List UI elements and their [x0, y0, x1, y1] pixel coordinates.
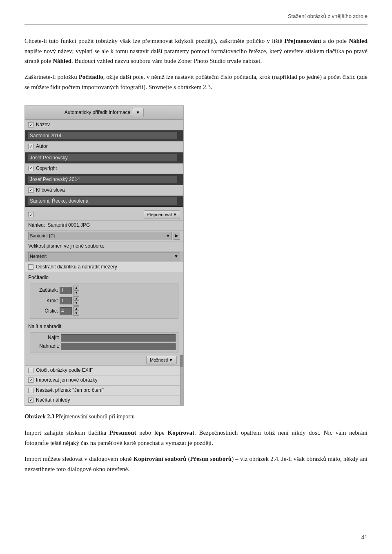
ss-autor-label: Autor [36, 143, 48, 150]
paragraph-4: Import můžete sledovat v dialogovém okně… [24, 454, 368, 474]
ss-klicova-row: Klíčová slova [25, 185, 183, 196]
ss-rename-checkbox[interactable] [28, 212, 33, 217]
ss-nazev-row: Název [25, 120, 183, 130]
ss-header-row[interactable]: Automaticky přiřadit informace ▼ [25, 106, 183, 120]
ss-nahled-label: Náhled: [28, 221, 45, 229]
ss-lower-content: Možnosti ▼ Otočit obrázky podle EXIF Imp… [25, 355, 180, 405]
ss-arrow-btn[interactable]: ▶ [174, 232, 180, 240]
rename-dropdown-icon: ▼ [173, 211, 177, 219]
ss-copyright-checkbox[interactable] [28, 166, 33, 171]
ss-nahled-value: Santorini 0001.JPG [47, 221, 90, 229]
ss-nastavit-row: Nastavit příznak "Jen pro čtení" [25, 386, 180, 395]
ss-moznosti-btn[interactable]: Možnosti ▼ [146, 356, 177, 365]
ss-copyright-input[interactable] [28, 176, 177, 183]
ss-autor-checkbox[interactable] [28, 144, 33, 149]
ss-odstranit-label: Odstranit diakritiku a nahradit mezery [36, 263, 117, 271]
ss-krok-up[interactable]: ▲ [74, 296, 79, 301]
ss-najit-section-label: Najít a nahradit [28, 322, 180, 331]
ss-nazev-checkbox[interactable] [28, 122, 33, 127]
paragraph-1: Chcete-li tuto funkci použít (obrázky vš… [24, 36, 368, 66]
ss-klicova-input[interactable] [28, 197, 177, 205]
ss-nahradit-field-label: Nahradit: [33, 342, 59, 350]
ss-importovat-checkbox[interactable] [28, 378, 33, 383]
ss-cislic-input[interactable] [60, 307, 72, 315]
header-title: Stažení obrázků z vnějšího zdroje [288, 13, 368, 19]
ss-otocit-row: Otočit obrázky podle EXIF [25, 366, 180, 375]
ss-lower-area: Možnosti ▼ Otočit obrázky podle EXIF Imp… [25, 355, 183, 405]
ss-velikost-section: Velikost písmen ve jméně souboru: [25, 241, 183, 251]
ss-nazev-input[interactable] [28, 132, 177, 139]
ss-nacitat-row: Načítat náhledy [25, 395, 180, 405]
ss-odstranit-checkbox[interactable] [28, 264, 33, 270]
ss-moznosti-row: Možnosti ▼ [25, 355, 180, 366]
ss-nahradit-input[interactable] [61, 343, 176, 350]
screenshot-box: Automaticky přiřadit informace ▼ Název A… [24, 105, 184, 406]
ss-select-row: Santorini {C} ▼ ▶ [25, 231, 183, 242]
ss-klicova-input-row [25, 196, 183, 207]
ss-cislic-row: Číslic: ▲ ▼ [33, 306, 175, 316]
ss-header-dropdown-btn[interactable]: ▼ [132, 108, 144, 118]
ss-najit-field-row: Najít: [33, 334, 176, 342]
ss-pocitadlo-group: Začátek: ▲ ▼ Krok: ▲ ▼ [30, 284, 178, 319]
ss-header-label: Automaticky přiřadit informace [65, 109, 130, 116]
ss-autor-input[interactable] [28, 154, 177, 161]
ss-krok-spin[interactable]: ▲ ▼ [74, 296, 79, 306]
nemenit-dropdown-icon: ▼ [174, 253, 178, 260]
ss-nahradit-field-row: Nahradit: [33, 342, 176, 350]
figure-caption: Obrázek 2.3 Přejmenování souborů při imp… [24, 412, 368, 421]
ss-krok-label: Krok: [33, 297, 58, 305]
ss-copyright-row: Copyright [25, 163, 183, 174]
figure-screenshot: Automaticky přiřadit informace ▼ Název A… [24, 105, 184, 406]
paragraph-2: Zaškrtnete-li položku Počítadlo, ožije d… [24, 72, 368, 92]
ss-nazev-input-row [25, 130, 183, 141]
ss-pocitadlo-section: Počítadlo Začátek: ▲ ▼ Krok: [25, 272, 183, 321]
ss-nemenit-row: Neměnit ▼ [25, 251, 183, 262]
ss-scrollbar-thumb[interactable] [180, 355, 183, 367]
ss-krok-input[interactable] [60, 297, 72, 304]
ss-rename-btn[interactable]: Přejmenovat ▼ [144, 210, 180, 219]
ss-najit-field-label: Najít: [33, 334, 59, 342]
ss-importovat-row: Importovat jen nové obrázky [25, 375, 180, 385]
ss-nemenit-select[interactable]: Neměnit ▼ [28, 252, 180, 261]
select-dropdown-icon: ▼ [166, 232, 170, 240]
ss-najit-input[interactable] [61, 334, 176, 342]
ss-zacatek-up[interactable]: ▲ [74, 286, 79, 290]
paragraph-3: Import zahájíte stiskem tlačítka Přesuno… [24, 428, 368, 448]
moznosti-dropdown-icon: ▼ [169, 357, 173, 364]
ss-zacatek-input[interactable] [60, 287, 72, 294]
ss-najit-group: Najít: Nahradit: [30, 332, 178, 353]
page-header: Stažení obrázků z vnějšího zdroje [24, 12, 368, 25]
ss-odstranit-row: Odstranit diakritiku a nahradit mezery [25, 262, 183, 272]
ss-importovat-label: Importovat jen nové obrázky [36, 376, 98, 384]
ss-nacitat-checkbox[interactable] [28, 398, 33, 403]
ss-scrollbar[interactable] [180, 355, 183, 405]
ss-cislic-down[interactable]: ▼ [74, 311, 79, 316]
ss-krok-down[interactable]: ▼ [74, 301, 79, 306]
ss-cislic-up[interactable]: ▲ [74, 306, 79, 311]
ss-otocit-checkbox[interactable] [28, 368, 33, 373]
ss-nazev-label: Název [36, 121, 50, 129]
ss-zacatek-spin[interactable]: ▲ ▼ [74, 286, 79, 295]
ss-nacitat-label: Načítat náhledy [36, 396, 70, 404]
ss-pocitadlo-label: Počítadlo [28, 273, 180, 282]
ss-cislic-spin[interactable]: ▲ ▼ [74, 306, 79, 316]
ss-zacatek-down[interactable]: ▼ [74, 290, 79, 295]
ss-nastavit-checkbox[interactable] [28, 388, 33, 393]
ss-autor-row: Autor [25, 141, 183, 152]
ss-autor-input-row [25, 152, 183, 163]
ss-zacatek-row: Začátek: ▲ ▼ [33, 286, 175, 295]
page-number: 41 [361, 533, 368, 542]
ss-pattern-select[interactable]: Santorini {C} ▼ [28, 232, 172, 241]
ss-krok-row: Krok: ▲ ▼ [33, 296, 175, 306]
ss-najit-section: Najít a nahradit Najít: Nahradit: [25, 321, 183, 355]
ss-nastavit-label: Nastavit příznak "Jen pro čtení" [36, 386, 104, 394]
ss-rename-row: Přejmenovat ▼ [25, 209, 183, 221]
ss-copyright-label: Copyright [36, 165, 57, 172]
ss-klicova-checkbox[interactable] [28, 188, 33, 193]
ss-klicova-label: Klíčová slova [36, 186, 65, 194]
ss-nahled-row: Náhled: Santorini 0001.JPG [25, 221, 183, 230]
ss-copyright-input-row [25, 174, 183, 185]
ss-cislic-label: Číslic: [33, 307, 58, 315]
ss-zacatek-label: Začátek: [33, 286, 58, 294]
ss-otocit-label: Otočit obrázky podle EXIF [36, 366, 93, 374]
